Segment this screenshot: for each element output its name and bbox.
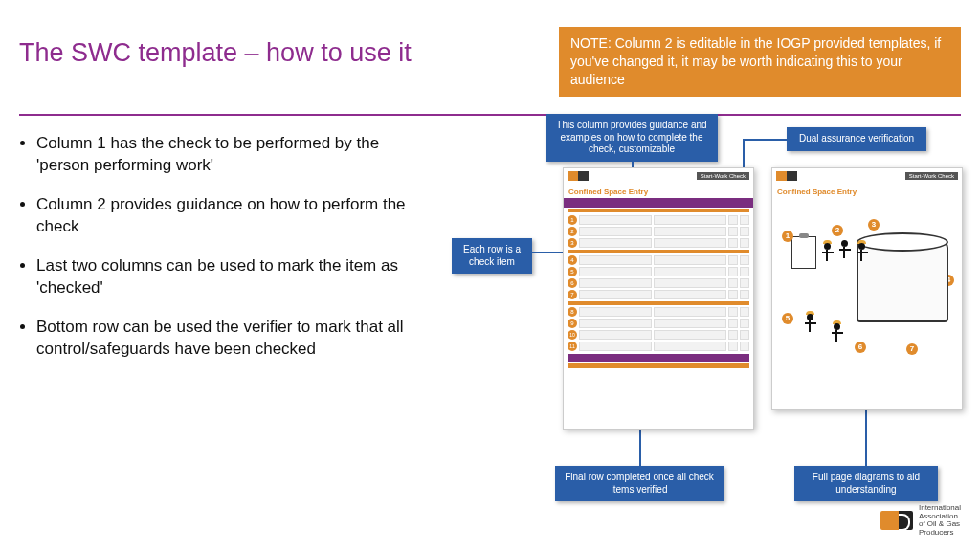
card-footer <box>568 354 749 368</box>
tank-icon <box>857 240 948 322</box>
card-tag: Start-Work Check <box>905 172 958 180</box>
illustration-card: Start-Work Check Confined Space Entry 1 … <box>771 167 963 410</box>
callout-dual: Dual assurance verification <box>787 127 926 151</box>
checklist-card: Start-Work Check Confined Space Entry 1 … <box>563 167 754 430</box>
logo-icon <box>776 171 797 181</box>
pointer <box>865 408 867 466</box>
card-title: Confined Space Entry <box>772 184 962 198</box>
person-icon <box>822 240 832 261</box>
card-title: Confined Space Entry <box>564 184 753 198</box>
illustration: 1 2 3 4 5 6 7 <box>772 198 962 361</box>
person-icon <box>832 320 841 342</box>
bullet-item: Column 2 provides guidance on how to per… <box>36 194 421 238</box>
pointer <box>743 139 787 141</box>
note-box: NOTE: Column 2 is editable in the IOGP p… <box>559 27 961 97</box>
callout-final: Final row completed once all check items… <box>555 466 724 501</box>
callout-row: Each row is a check item <box>452 238 532 274</box>
bullet-item: Bottom row can be used the verifier to m… <box>36 317 421 361</box>
bullet-list: Column 1 has the check to be performed b… <box>19 133 421 516</box>
checklist-table: 1 2 3 4 5 6 7 8 9 10 11 <box>568 215 749 351</box>
card-tag: Start-Work Check <box>697 172 749 180</box>
logo-icon <box>568 171 589 181</box>
clipboard-icon <box>791 236 816 269</box>
pointer <box>639 426 641 466</box>
iogp-logo-icon <box>880 511 913 530</box>
bullet-item: Last two columns can be used to mark the… <box>36 255 421 299</box>
slide-title: The SWC template – how to use it <box>19 27 412 68</box>
person-icon <box>857 240 866 261</box>
callout-guidance: This column provides guidance and exampl… <box>546 114 718 162</box>
card-bar <box>564 198 753 208</box>
card-sub <box>568 209 749 212</box>
footer-org-text: International Association of Oil & Gas P… <box>919 504 961 538</box>
person-icon <box>805 311 814 332</box>
callout-diagrams: Full page diagrams to aid understanding <box>794 466 938 501</box>
bullet-item: Column 1 has the check to be performed b… <box>36 133 421 177</box>
footer-logo: International Association of Oil & Gas P… <box>880 504 961 538</box>
diagram-area: This column provides guidance and exampl… <box>440 133 961 516</box>
person-icon <box>839 240 849 258</box>
pointer <box>532 252 567 253</box>
